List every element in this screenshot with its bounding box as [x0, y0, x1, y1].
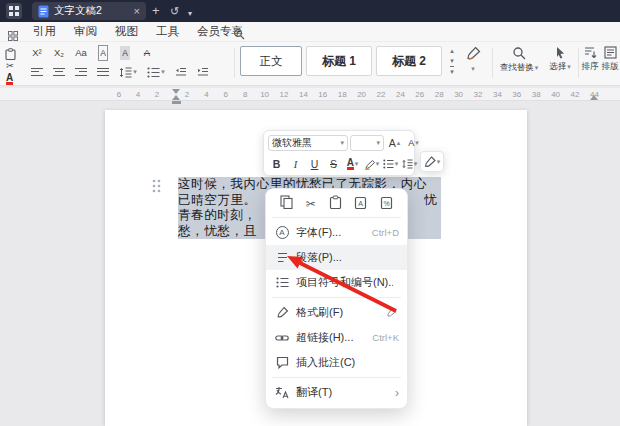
- app-launcher-button[interactable]: [6, 3, 22, 19]
- font-name-select[interactable]: 微软雅黑 ▾: [268, 135, 348, 151]
- menu-item-hyperlink[interactable]: 超链接(H)... Ctrl+K: [266, 325, 407, 350]
- menu-item-format-painter[interactable]: 格式刷(F): [266, 300, 407, 325]
- wps-doc-icon: [38, 5, 49, 18]
- tab-close-icon[interactable]: ×: [134, 5, 140, 17]
- menu-bar: 引用 审阅 视图 工具 会员专享: [0, 22, 620, 42]
- menu-item-translate[interactable]: 翻译(T) ›: [266, 380, 407, 405]
- menu-item-font[interactable]: A 字体(F)... Ctrl+D: [266, 220, 407, 245]
- font-color-button[interactable]: A▾: [344, 156, 361, 172]
- line-spacing-button[interactable]: ▾: [401, 156, 418, 172]
- paste-text-only-icon[interactable]: A: [354, 195, 367, 213]
- caret-down-icon: ▾: [376, 139, 380, 147]
- caret-up-icon: ▴: [397, 139, 401, 147]
- menu-item-paragraph[interactable]: 段落(P)...: [266, 245, 407, 270]
- ruler-number: 2: [155, 88, 159, 101]
- caret-down-icon: ▾: [414, 160, 418, 168]
- sort-button[interactable]: 排序: [581, 46, 599, 71]
- strikethrough-button[interactable]: S: [325, 156, 342, 172]
- right-indent-marker[interactable]: [590, 95, 598, 100]
- menu-item-insert-comment[interactable]: 插入批注(C): [266, 350, 407, 375]
- decrease-font-button[interactable]: A▾: [405, 135, 422, 151]
- hyperlink-icon: [274, 331, 290, 345]
- cut-icon[interactable]: ✂: [6, 59, 14, 73]
- font-size-select[interactable]: ▾: [350, 135, 384, 151]
- caret-down-icon: ▾: [471, 64, 475, 73]
- align-center-icon[interactable]: [50, 65, 68, 79]
- highlight-button[interactable]: ▾: [363, 156, 380, 172]
- decrease-indent-icon[interactable]: [172, 65, 190, 79]
- caret-down-icon: ▾: [415, 139, 419, 147]
- menu-tab-review[interactable]: 审阅: [65, 22, 106, 41]
- superscript-icon[interactable]: X²: [28, 46, 46, 60]
- caret-down-icon: ▾: [340, 139, 344, 147]
- gallery-down-icon[interactable]: ▾: [450, 56, 454, 66]
- highlighter-icon: [364, 159, 375, 170]
- caret-down-icon: ▾: [133, 68, 137, 76]
- copy-icon[interactable]: [280, 195, 293, 213]
- layout-button[interactable]: 排版: [601, 46, 619, 71]
- ruler-number: 10: [260, 88, 269, 101]
- clear-format-icon[interactable]: A: [138, 46, 156, 60]
- line-spacing-button[interactable]: ▾: [116, 65, 140, 79]
- format-painter-button[interactable]: ▾: [420, 151, 444, 172]
- gallery-more-icon[interactable]: ▾: [450, 66, 454, 77]
- menu-tab-tools[interactable]: 工具: [147, 22, 188, 41]
- layout-icon: [604, 46, 617, 59]
- ruler-number: 18: [338, 88, 347, 101]
- character-shading-icon[interactable]: A: [116, 46, 134, 60]
- underline-button[interactable]: U: [306, 156, 323, 172]
- ruler-number: 32: [474, 88, 483, 101]
- cut-icon[interactable]: ✂: [306, 197, 316, 211]
- paste-special-icon[interactable]: %: [380, 195, 393, 213]
- bold-button[interactable]: B: [268, 156, 285, 172]
- font-color-icon[interactable]: A: [6, 73, 13, 85]
- ruler-number: 34: [493, 88, 502, 101]
- find-replace-icon: [512, 46, 526, 60]
- line-spacing-icon: [119, 67, 132, 78]
- bullets-button[interactable]: ▾: [382, 156, 399, 172]
- style-heading-2[interactable]: 标题 2: [376, 46, 442, 76]
- caret-down-icon: ▾: [395, 160, 399, 168]
- ribbon-divider: [578, 48, 579, 78]
- bullets-button[interactable]: ▾: [144, 65, 168, 79]
- format-painter-pin-icon[interactable]: [383, 307, 399, 318]
- ruler-number: 4: [204, 88, 208, 101]
- style-normal[interactable]: 正文: [240, 46, 302, 76]
- gallery-up-icon[interactable]: ▴: [450, 46, 454, 56]
- increase-indent-icon[interactable]: [194, 65, 212, 79]
- menu-divider: [272, 217, 401, 218]
- paste-icon[interactable]: [329, 195, 342, 213]
- ruler-number: 2: [185, 88, 189, 101]
- first-line-indent-marker[interactable]: [172, 89, 180, 94]
- tab-list-caret-icon[interactable]: ▾: [188, 6, 192, 22]
- hanging-indent-marker[interactable]: [172, 95, 180, 100]
- menu-item-bullets-numbering[interactable]: 项目符号和编号(N)...: [266, 270, 407, 295]
- find-replace-button[interactable]: 查找替换▾: [496, 46, 542, 72]
- ribbon: ✂ A X² X₂ Aa A A A ▾ ▾ 正文 标题 1 标题 2 ▴ ▾ …: [0, 42, 620, 86]
- horizontal-ruler[interactable]: 6422468101214161820222426283032343638404…: [0, 88, 620, 101]
- font-color-icon: A: [347, 158, 354, 170]
- undo-icon[interactable]: ↺: [170, 3, 179, 19]
- menu-tab-view[interactable]: 视图: [106, 22, 147, 41]
- document-tab[interactable]: 文字文稿2 ×: [32, 2, 146, 20]
- font-dialog-icon: A: [274, 226, 290, 239]
- justify-icon[interactable]: [94, 65, 112, 79]
- increase-font-button[interactable]: A▴: [386, 135, 403, 151]
- italic-button[interactable]: I: [287, 156, 304, 172]
- style-brush-button[interactable]: ▾: [460, 46, 486, 73]
- change-case-icon[interactable]: Aa: [72, 46, 90, 60]
- menu-tab-references[interactable]: 引用: [24, 22, 65, 41]
- align-right-icon[interactable]: [72, 65, 90, 79]
- ruler-number: 16: [318, 88, 327, 101]
- new-tab-button[interactable]: +: [152, 3, 160, 19]
- style-heading-1[interactable]: 标题 1: [306, 46, 372, 76]
- character-border-icon[interactable]: A: [94, 46, 112, 60]
- comment-icon: [274, 356, 290, 369]
- paragraph-drag-handle-icon[interactable]: [152, 179, 161, 197]
- format-painter-icon: [424, 156, 436, 168]
- select-button[interactable]: 选择▾: [546, 46, 574, 71]
- left-indent-marker[interactable]: [172, 101, 181, 104]
- subscript-icon[interactable]: X₂: [50, 46, 68, 60]
- ruler-number: 36: [512, 88, 521, 101]
- align-left-icon[interactable]: [28, 65, 46, 79]
